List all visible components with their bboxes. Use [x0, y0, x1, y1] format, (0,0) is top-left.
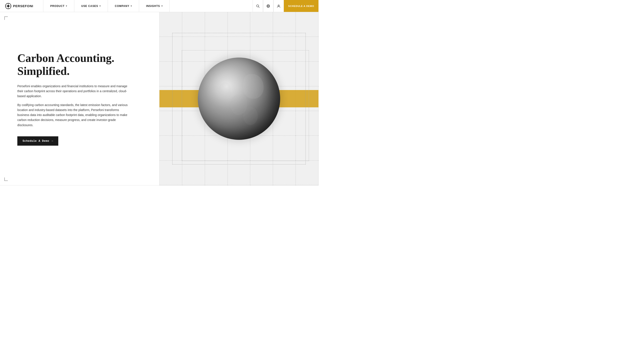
schedule-demo-label: Schedule A Demo — [23, 139, 49, 142]
globe-container — [198, 58, 280, 140]
grid-cell — [159, 12, 182, 37]
arrow-icon: → — [51, 139, 53, 142]
hero-section: Carbon Accounting. Simplified. Persefoni… — [0, 12, 318, 185]
grid-cell — [296, 111, 318, 136]
logo[interactable]: PERSEFONI — [0, 0, 43, 12]
grid-cell — [205, 160, 228, 185]
nav-label-insights: INSIGHTS — [146, 4, 160, 8]
continent-1 — [243, 74, 264, 99]
nav-menu: PRODUCT ▾ USE CASES ▾ COMPANY ▾ INSIGHTS… — [43, 0, 253, 12]
hero-description-2: By codifying carbon accounting standards… — [17, 102, 130, 128]
schedule-demo-hero-button[interactable]: Schedule A Demo → — [17, 136, 58, 146]
hero-description-1: Persefoni enables organizations and fina… — [17, 84, 130, 99]
grid-cell — [159, 111, 182, 136]
continent-3 — [219, 82, 231, 99]
grid-cell — [250, 12, 273, 37]
continent-4 — [243, 107, 258, 125]
grid-cell — [182, 160, 205, 185]
grid-cell — [296, 37, 318, 62]
grid-cell — [296, 136, 318, 160]
nav-label-product: PRODUCT — [50, 4, 65, 8]
hero-title: Carbon Accounting. Simplified. — [17, 52, 142, 78]
hero-title-line2: Simplified. — [17, 65, 70, 77]
nav-item-use-cases[interactable]: USE CASES ▾ — [74, 0, 108, 12]
grid-cell — [273, 12, 296, 37]
chevron-down-icon: ▾ — [131, 5, 132, 7]
corner-bracket-bl — [4, 178, 8, 181]
grid-cell — [250, 160, 273, 185]
hero-left-panel: Carbon Accounting. Simplified. Persefoni… — [0, 12, 159, 185]
nav-label-use-cases: USE CASES — [81, 4, 98, 8]
grid-cell — [273, 160, 296, 185]
persefoni-logo-icon — [5, 3, 11, 9]
chevron-down-icon: ▾ — [99, 5, 101, 7]
nav-item-company[interactable]: COMPANY ▾ — [108, 0, 139, 12]
chevron-down-icon: ▾ — [66, 5, 67, 7]
corner-bracket-tl — [4, 16, 8, 20]
nav-item-product[interactable]: PRODUCT ▾ — [43, 0, 74, 12]
logo-text: PERSEFONI — [13, 4, 33, 8]
search-button[interactable] — [253, 0, 263, 12]
chevron-down-icon: ▾ — [161, 5, 163, 7]
grid-cell — [182, 12, 205, 37]
grid-cell — [296, 62, 318, 86]
schedule-demo-nav-button[interactable]: SCHEDULE A DEMO — [284, 0, 318, 12]
grid-cell — [159, 37, 182, 62]
navbar: PERSEFONI PRODUCT ▾ USE CASES ▾ COMPANY … — [0, 0, 318, 12]
globe-icon — [267, 4, 270, 8]
grid-cell — [159, 160, 182, 185]
search-icon — [256, 4, 260, 8]
language-button[interactable] — [263, 0, 273, 12]
grid-cell — [205, 12, 228, 37]
hero-title-line1: Carbon Accounting. — [17, 52, 114, 64]
grid-cell — [296, 12, 318, 37]
below-fold-section — [0, 185, 318, 202]
grid-cell — [228, 12, 251, 37]
navbar-actions: SCHEDULE A DEMO — [253, 0, 318, 12]
nav-label-company: COMPANY — [115, 4, 129, 8]
user-button[interactable] — [273, 0, 284, 12]
grid-cell — [159, 62, 182, 86]
grid-cell — [296, 160, 318, 185]
svg-point-11 — [278, 5, 279, 6]
earth-globe — [198, 58, 280, 140]
grid-cell — [159, 136, 182, 160]
hero-right-panel — [159, 12, 318, 185]
svg-line-5 — [259, 7, 259, 8]
grid-cell — [228, 160, 251, 185]
user-icon — [277, 4, 280, 8]
nav-item-insights[interactable]: INSIGHTS ▾ — [139, 0, 170, 12]
